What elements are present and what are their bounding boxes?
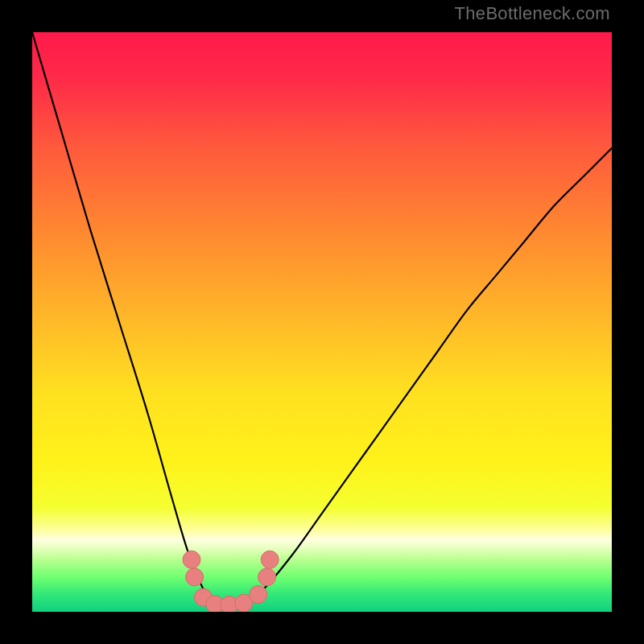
- marker-dot: [250, 585, 267, 603]
- marker-dot: [186, 568, 204, 586]
- marker-dot: [261, 551, 279, 568]
- marker-dot: [183, 551, 200, 568]
- plot-area: [32, 32, 612, 612]
- chart-frame: TheBottleneck.com: [0, 0, 644, 644]
- bottleneck-curve: [32, 32, 612, 609]
- watermark-text: TheBottleneck.com: [455, 3, 610, 24]
- marker-group: [183, 551, 279, 612]
- curve-layer: [32, 32, 612, 612]
- marker-dot: [258, 568, 276, 586]
